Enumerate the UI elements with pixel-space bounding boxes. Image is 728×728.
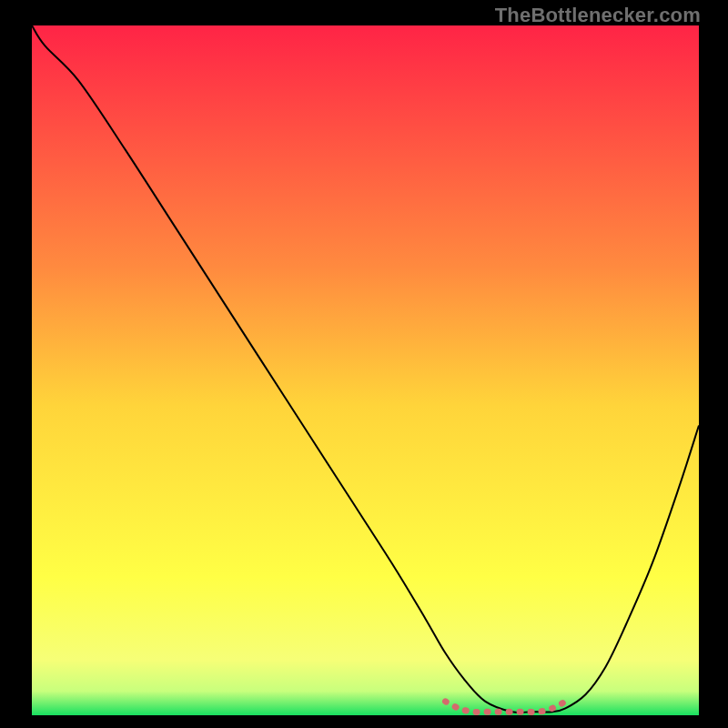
plot-svg: [32, 25, 699, 715]
chart-frame: TheBottlenecker.com: [0, 0, 728, 728]
watermark-text: TheBottlenecker.com: [495, 4, 701, 27]
plot-area: [32, 25, 699, 715]
gradient-background: [32, 25, 699, 715]
